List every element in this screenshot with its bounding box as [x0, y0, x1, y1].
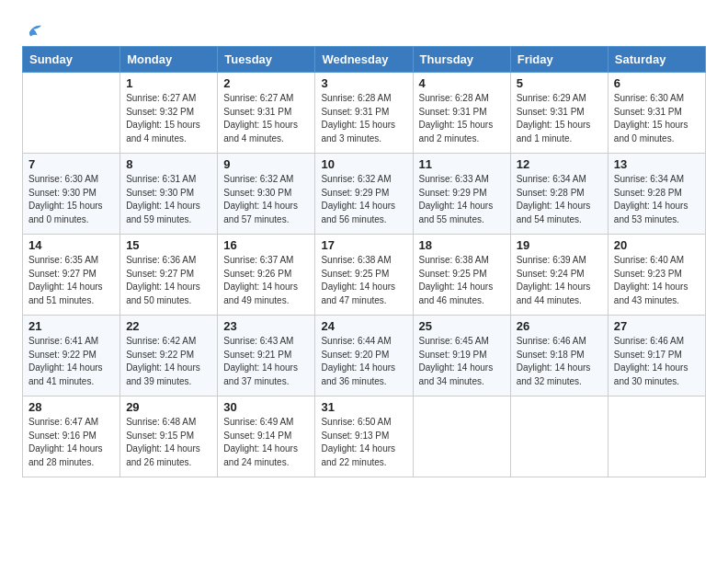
- day-cell: 22Sunrise: 6:42 AMSunset: 9:22 PMDayligh…: [120, 316, 218, 396]
- week-row-5: 28Sunrise: 6:47 AMSunset: 9:16 PMDayligh…: [23, 396, 706, 477]
- day-info: Sunrise: 6:28 AMSunset: 9:31 PMDaylight:…: [419, 92, 505, 145]
- day-info: Sunrise: 6:41 AMSunset: 9:22 PMDaylight:…: [28, 335, 114, 388]
- day-cell: 9Sunrise: 6:32 AMSunset: 9:30 PMDaylight…: [218, 154, 315, 235]
- day-info: Sunrise: 6:27 AMSunset: 9:31 PMDaylight:…: [223, 92, 309, 145]
- day-info: Sunrise: 6:33 AMSunset: 9:29 PMDaylight:…: [419, 173, 505, 226]
- day-info: Sunrise: 6:42 AMSunset: 9:22 PMDaylight:…: [126, 335, 211, 388]
- day-cell: 19Sunrise: 6:39 AMSunset: 9:24 PMDayligh…: [510, 235, 608, 316]
- day-number: 21: [28, 319, 114, 333]
- day-cell: 27Sunrise: 6:46 AMSunset: 9:17 PMDayligh…: [608, 316, 705, 396]
- day-number: 31: [321, 400, 406, 414]
- day-number: 10: [321, 157, 406, 171]
- day-cell: 16Sunrise: 6:37 AMSunset: 9:26 PMDayligh…: [218, 235, 315, 316]
- day-info: Sunrise: 6:37 AMSunset: 9:26 PMDaylight:…: [223, 254, 309, 307]
- header-cell-saturday: Saturday: [608, 47, 705, 73]
- day-number: 15: [126, 238, 211, 252]
- day-cell: 10Sunrise: 6:32 AMSunset: 9:29 PMDayligh…: [315, 154, 413, 235]
- day-number: 11: [419, 157, 505, 171]
- day-number: 8: [126, 157, 211, 171]
- day-number: 30: [223, 400, 309, 414]
- day-cell: [413, 396, 510, 477]
- day-info: Sunrise: 6:34 AMSunset: 9:28 PMDaylight:…: [614, 173, 700, 226]
- header-cell-wednesday: Wednesday: [315, 47, 413, 73]
- logo-bird-icon: [24, 20, 44, 40]
- day-info: Sunrise: 6:35 AMSunset: 9:27 PMDaylight:…: [28, 254, 114, 307]
- day-number: 24: [321, 319, 406, 333]
- day-info: Sunrise: 6:30 AMSunset: 9:30 PMDaylight:…: [28, 173, 114, 226]
- day-number: 9: [223, 157, 309, 171]
- day-info: Sunrise: 6:50 AMSunset: 9:13 PMDaylight:…: [321, 416, 406, 469]
- day-info: Sunrise: 6:46 AMSunset: 9:17 PMDaylight:…: [614, 335, 700, 388]
- day-cell: 7Sunrise: 6:30 AMSunset: 9:30 PMDaylight…: [23, 154, 120, 235]
- day-cell: [608, 396, 705, 477]
- day-number: 25: [419, 319, 505, 333]
- day-number: 2: [223, 76, 309, 90]
- day-cell: [23, 73, 120, 154]
- day-info: Sunrise: 6:44 AMSunset: 9:20 PMDaylight:…: [321, 335, 406, 388]
- day-info: Sunrise: 6:45 AMSunset: 9:19 PMDaylight:…: [419, 335, 505, 388]
- day-cell: 1Sunrise: 6:27 AMSunset: 9:32 PMDaylight…: [120, 73, 218, 154]
- header: [22, 17, 706, 40]
- day-info: Sunrise: 6:47 AMSunset: 9:16 PMDaylight:…: [28, 416, 114, 469]
- day-number: 13: [614, 157, 700, 171]
- day-cell: 2Sunrise: 6:27 AMSunset: 9:31 PMDaylight…: [218, 73, 315, 154]
- day-info: Sunrise: 6:34 AMSunset: 9:28 PMDaylight:…: [517, 173, 602, 226]
- day-info: Sunrise: 6:48 AMSunset: 9:15 PMDaylight:…: [126, 416, 211, 469]
- day-number: 28: [28, 400, 114, 414]
- day-cell: 13Sunrise: 6:34 AMSunset: 9:28 PMDayligh…: [608, 154, 705, 235]
- day-info: Sunrise: 6:40 AMSunset: 9:23 PMDaylight:…: [614, 254, 700, 307]
- day-cell: 24Sunrise: 6:44 AMSunset: 9:20 PMDayligh…: [315, 316, 413, 396]
- day-info: Sunrise: 6:28 AMSunset: 9:31 PMDaylight:…: [321, 92, 406, 145]
- day-number: 19: [517, 238, 602, 252]
- calendar-table: SundayMondayTuesdayWednesdayThursdayFrid…: [22, 46, 706, 477]
- header-row: SundayMondayTuesdayWednesdayThursdayFrid…: [23, 47, 706, 73]
- week-row-4: 21Sunrise: 6:41 AMSunset: 9:22 PMDayligh…: [23, 316, 706, 396]
- header-cell-thursday: Thursday: [413, 47, 510, 73]
- day-number: 14: [28, 238, 114, 252]
- day-cell: [510, 396, 608, 477]
- day-info: Sunrise: 6:29 AMSunset: 9:31 PMDaylight:…: [517, 92, 602, 145]
- day-cell: 6Sunrise: 6:30 AMSunset: 9:31 PMDaylight…: [608, 73, 705, 154]
- logo: [22, 20, 44, 40]
- day-cell: 17Sunrise: 6:38 AMSunset: 9:25 PMDayligh…: [315, 235, 413, 316]
- day-info: Sunrise: 6:38 AMSunset: 9:25 PMDaylight:…: [419, 254, 505, 307]
- week-row-2: 7Sunrise: 6:30 AMSunset: 9:30 PMDaylight…: [23, 154, 706, 235]
- day-cell: 18Sunrise: 6:38 AMSunset: 9:25 PMDayligh…: [413, 235, 510, 316]
- day-cell: 29Sunrise: 6:48 AMSunset: 9:15 PMDayligh…: [120, 396, 218, 477]
- day-cell: 8Sunrise: 6:31 AMSunset: 9:30 PMDaylight…: [120, 154, 218, 235]
- day-cell: 20Sunrise: 6:40 AMSunset: 9:23 PMDayligh…: [608, 235, 705, 316]
- day-cell: 14Sunrise: 6:35 AMSunset: 9:27 PMDayligh…: [23, 235, 120, 316]
- day-cell: 28Sunrise: 6:47 AMSunset: 9:16 PMDayligh…: [23, 396, 120, 477]
- day-cell: 30Sunrise: 6:49 AMSunset: 9:14 PMDayligh…: [218, 396, 315, 477]
- day-info: Sunrise: 6:30 AMSunset: 9:31 PMDaylight:…: [614, 92, 700, 145]
- day-cell: 3Sunrise: 6:28 AMSunset: 9:31 PMDaylight…: [315, 73, 413, 154]
- day-number: 20: [614, 238, 700, 252]
- day-info: Sunrise: 6:38 AMSunset: 9:25 PMDaylight:…: [321, 254, 406, 307]
- day-number: 12: [517, 157, 602, 171]
- day-number: 16: [223, 238, 309, 252]
- day-info: Sunrise: 6:49 AMSunset: 9:14 PMDaylight:…: [223, 416, 309, 469]
- header-cell-sunday: Sunday: [23, 47, 120, 73]
- day-info: Sunrise: 6:39 AMSunset: 9:24 PMDaylight:…: [517, 254, 602, 307]
- day-number: 22: [126, 319, 211, 333]
- header-cell-monday: Monday: [120, 47, 218, 73]
- day-number: 5: [517, 76, 602, 90]
- day-cell: 4Sunrise: 6:28 AMSunset: 9:31 PMDaylight…: [413, 73, 510, 154]
- day-info: Sunrise: 6:36 AMSunset: 9:27 PMDaylight:…: [126, 254, 211, 307]
- header-cell-tuesday: Tuesday: [218, 47, 315, 73]
- day-cell: 15Sunrise: 6:36 AMSunset: 9:27 PMDayligh…: [120, 235, 218, 316]
- week-row-3: 14Sunrise: 6:35 AMSunset: 9:27 PMDayligh…: [23, 235, 706, 316]
- day-info: Sunrise: 6:32 AMSunset: 9:30 PMDaylight:…: [223, 173, 309, 226]
- day-info: Sunrise: 6:27 AMSunset: 9:32 PMDaylight:…: [126, 92, 211, 145]
- day-number: 7: [28, 157, 114, 171]
- day-number: 1: [126, 76, 211, 90]
- week-row-1: 1Sunrise: 6:27 AMSunset: 9:32 PMDaylight…: [23, 73, 706, 154]
- day-cell: 23Sunrise: 6:43 AMSunset: 9:21 PMDayligh…: [218, 316, 315, 396]
- day-cell: 25Sunrise: 6:45 AMSunset: 9:19 PMDayligh…: [413, 316, 510, 396]
- day-number: 29: [126, 400, 211, 414]
- day-number: 6: [614, 76, 700, 90]
- day-number: 3: [321, 76, 406, 90]
- day-info: Sunrise: 6:31 AMSunset: 9:30 PMDaylight:…: [126, 173, 211, 226]
- day-cell: 21Sunrise: 6:41 AMSunset: 9:22 PMDayligh…: [23, 316, 120, 396]
- day-number: 4: [419, 76, 505, 90]
